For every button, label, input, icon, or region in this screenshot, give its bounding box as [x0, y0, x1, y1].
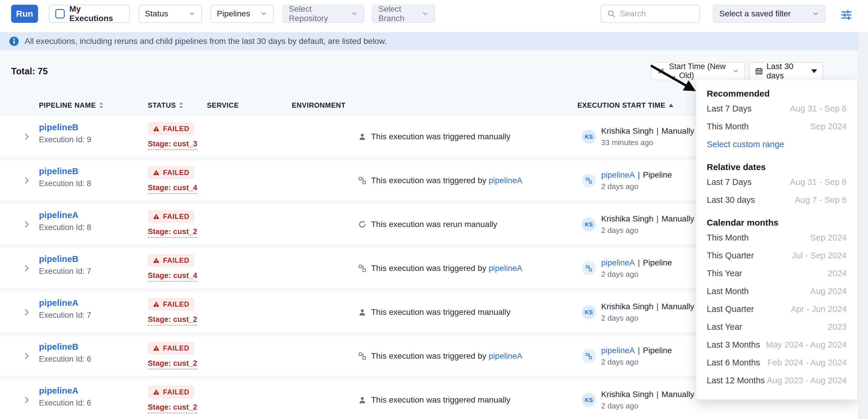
date-range-option[interactable]: Last 12 Months Aug 2023 - Aug 2024	[707, 372, 847, 389]
failed-stage-link[interactable]: Stage: cust_4	[148, 271, 197, 282]
failed-stage-link[interactable]: Stage: cust_3	[148, 139, 197, 150]
triggered-by-name: Krishika Singh	[601, 126, 653, 136]
separator: |	[656, 390, 658, 399]
date-range-button[interactable]: Last 30 days	[749, 62, 823, 80]
pipeline-name-cell: pipelineA Execution Id: 7	[39, 298, 91, 320]
date-range-option-label: This Month	[707, 122, 749, 131]
menu-section-header: Relative dates	[707, 161, 847, 173]
date-range-option-value: Sep 2024	[810, 233, 847, 243]
status-cell: FAILED Stage: cust_2	[148, 342, 197, 369]
trigger-text-plain: This execution was triggered manually	[371, 308, 510, 317]
trigger-icon-wrap	[358, 264, 367, 272]
triggered-by-name[interactable]: pipelineA	[601, 258, 635, 267]
triggered-by-line: Krishika Singh | Manually	[601, 126, 694, 136]
row-expander-icon[interactable]	[22, 351, 31, 362]
repository-filter-select[interactable]: Select Repository	[282, 5, 364, 23]
trigger-text-plain: This execution was rerun manually	[371, 220, 497, 229]
triggered-by-name[interactable]: pipelineA	[601, 346, 635, 355]
my-executions-label: My Executions	[69, 4, 123, 23]
info-banner: All executions, including reruns and chi…	[0, 32, 858, 50]
pipeline-name-link[interactable]: pipelineA	[39, 298, 79, 308]
trigger-type: Manually	[661, 302, 694, 311]
pipeline-name-link[interactable]: pipelineB	[39, 342, 79, 351]
search-input[interactable]	[620, 9, 690, 19]
date-range-option[interactable]: This Month Sep 2024	[707, 229, 847, 247]
triggered-by-name: Krishika Singh	[601, 390, 653, 399]
date-range-option-label: Select custom range	[707, 139, 784, 149]
date-range-option-value: Aug 31 - Sep 6	[790, 177, 847, 187]
start-time-cell: KS Krishika Singh | Manually 2 days ago	[582, 291, 694, 333]
status-text: FAILED	[163, 300, 189, 309]
date-range-option[interactable]: Last Quarter Apr - Jun 2024	[707, 300, 847, 318]
trigger-icon-wrap	[358, 352, 367, 360]
pipeline-name-cell: pipelineB Execution Id: 6	[39, 342, 91, 364]
status-filter-select[interactable]: Status	[138, 5, 202, 23]
column-header-execution-start-time[interactable]: EXECUTION START TIME	[578, 101, 674, 109]
avatar: KS	[582, 217, 596, 231]
filter-settings-button[interactable]	[839, 7, 854, 22]
trigger-text: This execution was triggered by pipeline…	[371, 351, 522, 361]
pipeline-name-link[interactable]: pipelineA	[39, 386, 79, 395]
trigger-text: This execution was triggered by pipeline…	[371, 264, 522, 273]
row-expander-icon[interactable]	[22, 175, 31, 187]
avatar-initials: KS	[585, 309, 593, 316]
failed-stage-link[interactable]: Stage: cust_2	[148, 402, 197, 413]
execution-time-ago: 2 days ago	[601, 314, 694, 323]
failed-stage-link[interactable]: Stage: cust_2	[148, 315, 197, 326]
date-range-option[interactable]: Last Year 2023	[707, 318, 847, 336]
my-executions-toggle[interactable]: My Executions	[49, 5, 130, 23]
date-range-option[interactable]: Last 3 Months May 2024 - Aug 2024	[707, 336, 847, 354]
pipeline-name-cell: pipelineA Execution Id: 8	[39, 210, 91, 232]
start-time-cell: KS Krishika Singh | Manually 2 days ago	[582, 204, 694, 245]
row-expander-icon[interactable]	[22, 395, 31, 406]
trigger-type: Manually	[661, 390, 694, 399]
trigger-icon-wrap	[358, 396, 367, 405]
date-range-option[interactable]: Last 30 days Aug 7 - Sep 6	[707, 191, 847, 209]
my-executions-checkbox[interactable]	[55, 9, 65, 19]
branch-filter-select[interactable]: Select Branch	[372, 5, 435, 23]
pipelines-filter-select[interactable]: Pipelines	[210, 5, 274, 23]
avatar-initials: KS	[585, 221, 593, 228]
date-range-option[interactable]: This Year 2024	[707, 264, 847, 282]
trigger-pipeline-link[interactable]: pipelineA	[489, 264, 522, 273]
row-expander-icon[interactable]	[22, 263, 31, 275]
date-range-option-label: Last 30 days	[707, 195, 755, 205]
date-range-option[interactable]: Last Month Aug 2024	[707, 282, 847, 300]
user-icon	[358, 308, 367, 317]
date-range-option[interactable]: Last 7 Days Aug 31 - Sep 6	[707, 100, 847, 118]
failed-stage-link[interactable]: Stage: cust_2	[148, 227, 197, 238]
trigger-text-plain: This execution was triggered by	[371, 264, 489, 273]
failed-stage-link[interactable]: Stage: cust_4	[148, 183, 197, 194]
column-header-pipeline-name[interactable]: PIPELINE NAME	[39, 101, 103, 109]
repository-filter-label: Select Repository	[289, 4, 351, 23]
pipeline-name-link[interactable]: pipelineA	[39, 210, 79, 220]
date-range-option[interactable]: Last 6 Months Feb 2024 - Aug 2024	[707, 354, 847, 372]
date-range-option[interactable]: Last 7 Days Aug 31 - Sep 6	[707, 173, 847, 191]
failed-stage-link[interactable]: Stage: cust_2	[148, 359, 197, 369]
sort-select[interactable]: Start Time (New → Old)	[651, 62, 745, 80]
date-range-option[interactable]: This Month Sep 2024	[707, 118, 847, 135]
pipeline-name-link[interactable]: pipelineB	[39, 254, 79, 264]
date-range-option-label: Last 7 Days	[707, 177, 751, 187]
date-range-option[interactable]: Select custom range	[707, 135, 847, 153]
triggered-by-line: Krishika Singh | Manually	[601, 214, 694, 224]
trigger-pipeline-link[interactable]: pipelineA	[489, 351, 522, 360]
column-label: STATUS	[148, 101, 176, 109]
trigger-pipeline-link[interactable]: pipelineA	[489, 176, 522, 185]
avatar-initials: KS	[585, 397, 593, 404]
run-button[interactable]: Run	[11, 5, 38, 23]
column-header-status[interactable]: STATUS	[148, 101, 184, 109]
status-badge: FAILED	[148, 342, 194, 355]
row-expander-icon[interactable]	[22, 220, 31, 231]
pipeline-name-link[interactable]: pipelineB	[39, 122, 79, 132]
row-expander-icon[interactable]	[22, 307, 31, 318]
saved-filter-select[interactable]: Select a saved filter	[713, 5, 826, 23]
pipeline-name-link[interactable]: pipelineB	[39, 166, 79, 176]
chevron-down-icon	[422, 10, 429, 17]
date-range-option[interactable]: This Quarter Jul - Sep 2024	[707, 247, 847, 264]
status-badge: FAILED	[148, 386, 194, 398]
scrollbar-track[interactable]	[858, 32, 868, 419]
row-expander-icon[interactable]	[22, 132, 31, 143]
executions-page: Run My Executions Status Pipelines Selec…	[0, 0, 868, 419]
triggered-by-name[interactable]: pipelineA	[601, 170, 635, 180]
